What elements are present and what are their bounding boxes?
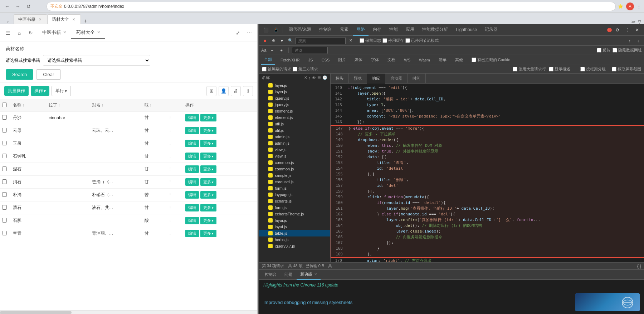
file-list-item[interactable]: common.js bbox=[259, 166, 330, 172]
group-by-frame-checkbox[interactable]: 按框架分组 bbox=[580, 66, 609, 72]
extensions-icon[interactable]: ⭐ bbox=[618, 4, 623, 9]
refresh-icon-button[interactable]: ↻ bbox=[26, 28, 36, 38]
row-checkbox-cell[interactable] bbox=[0, 201, 11, 214]
edit-button[interactable]: 编辑 bbox=[185, 165, 199, 173]
row-checkbox[interactable] bbox=[2, 205, 7, 210]
info-icon-button[interactable]: ℹ bbox=[243, 86, 253, 96]
record-button[interactable]: ⏺ bbox=[261, 37, 268, 44]
devtools-close-button[interactable]: ✕ bbox=[633, 25, 642, 35]
show-overview-checkbox[interactable]: 显示概述 bbox=[549, 66, 577, 72]
third-party-input[interactable] bbox=[293, 67, 297, 71]
file-list-item[interactable]: form.js bbox=[259, 204, 330, 211]
devtools-tab-lighthouse[interactable]: Lighthouse bbox=[452, 24, 480, 36]
export-button[interactable]: ↓ bbox=[635, 37, 642, 44]
file-list-item[interactable]: admin.js bbox=[259, 134, 330, 140]
tab-active-close-icon[interactable]: ✕ bbox=[71, 17, 76, 22]
row-checkbox[interactable] bbox=[2, 141, 7, 145]
bottom-tab-new-features[interactable]: 新功能 ✕ bbox=[297, 270, 321, 280]
more-button[interactable]: 更多 ▾ bbox=[200, 114, 216, 121]
edit-button[interactable]: 编辑 bbox=[185, 114, 199, 121]
row-checkbox-cell[interactable] bbox=[0, 111, 11, 124]
filter-fetch-xhr[interactable]: Fetch/XHR bbox=[278, 55, 303, 65]
tab-more-icon[interactable]: ≫ bbox=[631, 19, 636, 24]
edit-button[interactable]: 编辑 bbox=[185, 127, 199, 134]
more-button[interactable]: 更多 ▾ bbox=[200, 230, 216, 237]
blocked-requests-checkbox[interactable]: 被屏蔽的请求 bbox=[262, 66, 291, 72]
new-tab-button[interactable]: + bbox=[81, 18, 90, 24]
row-checkbox-cell[interactable] bbox=[0, 176, 11, 189]
app-tab-zhongyishuji[interactable]: 中医书籍 ✕ bbox=[37, 27, 71, 39]
streaming-mode-input[interactable] bbox=[405, 38, 410, 43]
filter-manifest[interactable]: 清单 bbox=[436, 55, 449, 65]
filter-js[interactable]: JS bbox=[306, 55, 316, 65]
app-tab-yaocai[interactable]: 药材大全 ✕ bbox=[71, 27, 105, 39]
filter-wasm[interactable]: Wasm bbox=[416, 55, 433, 65]
devtools-tab-memory[interactable]: 内存 bbox=[369, 24, 385, 36]
address-bar[interactable]: 不安全 0.0.0.0:8787/admin/home/index bbox=[47, 2, 616, 11]
has-blocked-cookies-input[interactable] bbox=[472, 58, 476, 62]
row-checkbox-cell[interactable] bbox=[0, 189, 11, 201]
row-checkbox[interactable] bbox=[2, 218, 7, 223]
file-list-item[interactable]: echarts.js bbox=[259, 198, 330, 204]
row-checkbox[interactable] bbox=[2, 154, 7, 158]
table-header-alias[interactable]: 别名 bbox=[90, 99, 142, 111]
row-checkbox[interactable] bbox=[2, 128, 7, 133]
sidebar-toggle-button[interactable]: ☰ bbox=[3, 28, 13, 38]
table-header-latin[interactable]: 拉丁 bbox=[47, 99, 90, 111]
more-button[interactable]: 更多 ▾ bbox=[200, 153, 216, 160]
file-list-item[interactable]: jquery.js bbox=[259, 101, 330, 108]
timer-icon-btn[interactable]: 🕒 bbox=[322, 75, 327, 80]
file-list-item[interactable]: layer.js bbox=[259, 89, 330, 95]
nav-forward-button[interactable]: → bbox=[14, 2, 22, 11]
file-list-item[interactable]: carousel.js bbox=[259, 179, 330, 185]
code-tab-initiator[interactable]: 启动器 bbox=[385, 74, 408, 84]
devtools-tab-performance[interactable]: 性能 bbox=[386, 24, 401, 36]
action-button[interactable]: 操作 ▾ bbox=[31, 86, 49, 96]
devtools-tab-application[interactable]: 应用 bbox=[402, 24, 418, 36]
more-button[interactable]: 更多 ▾ bbox=[200, 165, 216, 173]
show-overview-input[interactable] bbox=[549, 67, 553, 71]
more-icon-button[interactable]: ⋯ bbox=[244, 28, 254, 38]
tab-close-icon[interactable]: ✕ bbox=[38, 17, 43, 22]
table-header-name[interactable]: 名称 bbox=[11, 99, 47, 111]
code-tab-header[interactable]: 标头 bbox=[331, 74, 349, 84]
file-list-item[interactable]: herbs.js bbox=[259, 236, 330, 243]
row-checkbox[interactable] bbox=[2, 179, 7, 184]
row-mode-button[interactable]: 单行 ▾ bbox=[52, 86, 71, 96]
file-list-item[interactable]: table.js bbox=[259, 230, 330, 236]
more-button[interactable]: 更多 ▾ bbox=[200, 204, 216, 211]
row-checkbox-cell[interactable] bbox=[0, 227, 11, 240]
file-list-item[interactable]: common.js bbox=[259, 159, 330, 166]
filter-icon-btn[interactable]: ☰ bbox=[317, 75, 321, 80]
devtools-tab-perf-insights[interactable]: 性能数据分析 bbox=[419, 24, 452, 36]
row-checkbox[interactable] bbox=[2, 192, 7, 197]
expand-icon-button[interactable]: ⤢ bbox=[233, 28, 243, 38]
file-list-item[interactable]: sample.js bbox=[259, 172, 330, 179]
blocked-requests-input[interactable] bbox=[262, 67, 267, 71]
network-search-input[interactable] bbox=[296, 37, 346, 44]
filter-other[interactable]: 其他 bbox=[452, 55, 466, 65]
file-list-item[interactable]: util.js bbox=[259, 127, 330, 134]
streaming-mode-checkbox[interactable]: 已停用节流模式 bbox=[405, 38, 439, 43]
edit-button[interactable]: 编辑 bbox=[185, 140, 199, 147]
edit-button[interactable]: 编辑 bbox=[185, 217, 199, 224]
person-icon-button[interactable]: 👤 bbox=[219, 86, 229, 96]
table-header-taste[interactable]: 味 bbox=[142, 99, 166, 111]
filter-all[interactable]: 全部 bbox=[261, 55, 275, 65]
row-checkbox[interactable] bbox=[2, 231, 7, 235]
row-checkbox[interactable] bbox=[2, 115, 7, 120]
hide-data-urls-checkbox[interactable]: 隐藏数据网址 bbox=[613, 48, 642, 53]
search-network-button[interactable]: 🔍 bbox=[287, 37, 294, 44]
filter-doc[interactable]: 文档 bbox=[385, 55, 398, 65]
hide-data-urls-input[interactable] bbox=[613, 48, 617, 53]
code-tab-preview[interactable]: 预览 bbox=[349, 74, 367, 84]
edit-button[interactable]: 编辑 bbox=[185, 204, 199, 211]
row-checkbox[interactable] bbox=[2, 166, 7, 171]
more-button[interactable]: 更多 ▾ bbox=[200, 178, 216, 186]
nav-back-button[interactable]: ← bbox=[3, 2, 11, 11]
capture-screenshot-checkbox[interactable]: 截取屏幕截图 bbox=[612, 66, 641, 72]
more-button[interactable]: 更多 ▾ bbox=[200, 217, 216, 224]
group-by-frame-input[interactable] bbox=[580, 67, 585, 71]
print-icon-button[interactable]: 🖨 bbox=[231, 86, 241, 96]
bottom-tab-console[interactable]: 控制台 bbox=[261, 270, 280, 280]
